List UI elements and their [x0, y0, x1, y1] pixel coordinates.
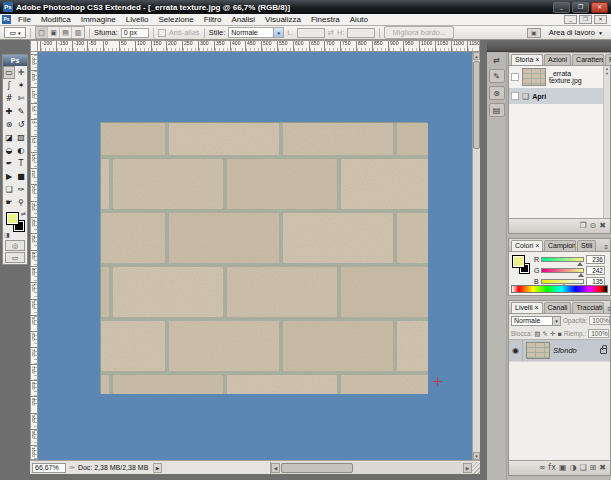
menu-aiuto[interactable]: Aiuto: [345, 14, 373, 25]
history-tab-storia[interactable]: Storia ×: [511, 54, 543, 65]
default-colors-icon[interactable]: ◨: [4, 231, 10, 238]
width-input[interactable]: [297, 28, 325, 38]
style-select[interactable]: Normale ▾: [228, 27, 284, 38]
scroll-left-icon[interactable]: ◀: [271, 463, 280, 473]
color-tab-colori[interactable]: Colori ×: [511, 240, 543, 251]
quick-mask-button[interactable]: ◎: [5, 240, 25, 251]
layers-tab-canali[interactable]: Canali: [544, 302, 572, 313]
type-tool[interactable]: T: [15, 157, 27, 170]
zoom-level-input[interactable]: 66,67%: [32, 463, 66, 473]
hand-tool[interactable]: ☛: [3, 196, 15, 209]
layer-visibility-toggle[interactable]: ◉: [509, 340, 523, 361]
gradient-tool[interactable]: ▧: [15, 131, 27, 144]
doc-restore-button[interactable]: ❐: [579, 15, 592, 24]
layers-tab-livelli[interactable]: Livelli ×: [511, 302, 543, 313]
height-input[interactable]: [347, 28, 375, 38]
menu-filtro[interactable]: Filtro: [199, 14, 227, 25]
channel-value-input[interactable]: 236: [586, 255, 605, 264]
history-brush-tool[interactable]: ↺: [15, 118, 27, 131]
bridge-icon[interactable]: ▣: [527, 28, 541, 38]
scroll-down-icon[interactable]: ▼: [473, 452, 480, 460]
horizontal-scroll-thumb[interactable]: [281, 463, 353, 473]
doc-close-button[interactable]: ✕: [594, 15, 607, 24]
menu-immagine[interactable]: Immagine: [76, 14, 121, 25]
layer-mask-icon[interactable]: ▣: [559, 464, 567, 472]
menu-selezione[interactable]: Selezione: [154, 14, 199, 25]
link-layers-icon[interactable]: ∞: [539, 464, 546, 472]
screen-mode-button[interactable]: ▭: [5, 252, 25, 263]
panel-menu-icon[interactable]: ≡: [605, 306, 611, 313]
scroll-up-icon[interactable]: ▲: [473, 52, 480, 60]
color-spectrum-ramp[interactable]: [511, 285, 608, 293]
foreground-color-swatch[interactable]: [6, 212, 19, 225]
layer-styles-icon[interactable]: fx: [548, 464, 556, 472]
eyedropper-tool[interactable]: ✑: [15, 183, 27, 196]
add-to-selection-icon[interactable]: ▣: [48, 27, 60, 38]
doc-minimize-button[interactable]: _: [564, 15, 577, 24]
pen-tool[interactable]: ✒: [3, 157, 15, 170]
dock-header[interactable]: [487, 40, 611, 52]
color-tab-campioni[interactable]: Campioni: [544, 240, 576, 251]
clone-source-panel-icon[interactable]: ⊛: [489, 86, 505, 100]
history-tab-azioni[interactable]: Azioni: [544, 54, 571, 65]
antialias-checkbox[interactable]: [158, 29, 166, 37]
fill-input[interactable]: 100%: [588, 329, 609, 338]
menu-file[interactable]: File: [13, 14, 36, 25]
channel-slider[interactable]: [541, 279, 584, 284]
adjustment-layer-icon[interactable]: ◑: [569, 464, 576, 472]
layers-tab-tracciati[interactable]: Tracciati: [572, 302, 604, 313]
histogram-panel-icon[interactable]: ▤: [489, 103, 505, 117]
expand-dock-icon[interactable]: ⇄: [489, 54, 505, 66]
brushes-panel-icon[interactable]: ✎: [489, 69, 505, 83]
refine-edge-button[interactable]: Migliora bordo...: [384, 26, 454, 39]
lasso-tool[interactable]: ʃ: [3, 79, 15, 92]
history-tab-carattere[interactable]: Carattere: [572, 54, 604, 65]
menu-analisi[interactable]: Analisi: [226, 14, 260, 25]
brush-tool[interactable]: ✎: [15, 105, 27, 118]
panel-menu-icon[interactable]: ≡: [602, 244, 610, 251]
crop-tool[interactable]: #: [3, 92, 15, 105]
subtract-from-selection-icon[interactable]: ▤: [60, 27, 72, 38]
lock-position-icon[interactable]: ✛: [550, 330, 555, 338]
snapshot-thumbnail[interactable]: [522, 68, 546, 86]
blur-tool[interactable]: ◒: [3, 144, 15, 157]
foreground-color-swatch[interactable]: [512, 255, 525, 268]
move-tool[interactable]: ✛: [15, 66, 27, 79]
delete-state-icon[interactable]: ✖: [599, 222, 606, 230]
layer-group-icon[interactable]: ❏: [579, 464, 586, 472]
slider-thumb-icon[interactable]: [578, 273, 584, 277]
healing-brush-tool[interactable]: ✚: [3, 105, 15, 118]
channel-slider[interactable]: [541, 268, 584, 273]
zoom-tool[interactable]: ⚲: [15, 196, 27, 209]
menu-visualizza[interactable]: Visualizza: [260, 14, 306, 25]
lock-transparency-icon[interactable]: ▨: [534, 330, 540, 338]
lock-pixels-icon[interactable]: ✎: [542, 330, 547, 338]
channel-slider[interactable]: [541, 257, 584, 262]
channel-value-input[interactable]: 242: [586, 266, 605, 275]
clone-stamp-tool[interactable]: ⊛: [3, 118, 15, 131]
close-button[interactable]: ✕: [591, 2, 608, 13]
title-bar[interactable]: Ps Adobe Photoshop CS3 Extended - [_erra…: [0, 0, 611, 14]
menu-livello[interactable]: Livello: [121, 14, 154, 25]
eraser-tool[interactable]: ◪: [3, 131, 15, 144]
history-snapshot-row[interactable]: _errata texture.jpg: [509, 66, 610, 88]
resize-grip[interactable]: [472, 462, 480, 474]
slice-tool[interactable]: ✄: [15, 92, 27, 105]
menu-finestra[interactable]: Finestra: [306, 14, 345, 25]
feather-input[interactable]: 0 px: [121, 28, 149, 38]
minimize-button[interactable]: _: [553, 2, 570, 13]
history-scrollbar[interactable]: ▲▼: [603, 66, 610, 218]
history-tab-paragrafo[interactable]: Paragrafo: [605, 54, 611, 65]
canvas-area[interactable]: [38, 52, 472, 460]
restore-button[interactable]: ❐: [572, 2, 589, 13]
status-options-button[interactable]: ▶: [153, 463, 162, 473]
notes-tool[interactable]: ❏: [3, 183, 15, 196]
swap-colors-icon[interactable]: ⇄: [21, 210, 26, 217]
new-document-from-state-icon[interactable]: ❐: [579, 222, 586, 230]
slider-thumb-icon[interactable]: [577, 262, 583, 266]
history-brush-source-box[interactable]: [511, 73, 519, 81]
new-snapshot-icon[interactable]: ⊙: [590, 222, 597, 230]
scroll-right-icon[interactable]: ▶: [463, 463, 472, 473]
magic-wand-tool[interactable]: ✶: [15, 79, 27, 92]
new-selection-icon[interactable]: ▢: [36, 27, 48, 38]
